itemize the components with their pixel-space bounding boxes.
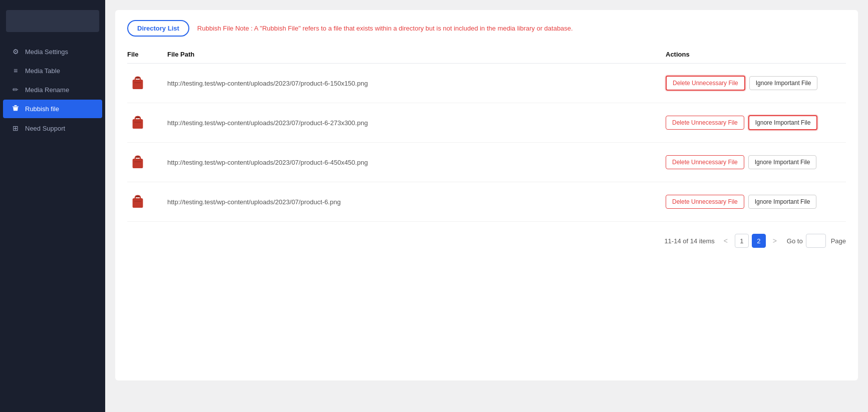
sidebar-item-rubbish-file[interactable]: Rubbish file xyxy=(3,100,102,118)
table-row: http://testing.test/wp-content/uploads/2… xyxy=(127,64,846,103)
svg-rect-7 xyxy=(134,122,141,123)
sidebar-item-label: Rubbish file xyxy=(25,105,59,113)
content-area: Directory List Rubbish File Note : A "Ru… xyxy=(115,10,858,380)
file-path-3: http://testing.test/wp-content/uploads/2… xyxy=(167,198,666,206)
file-icon-cell xyxy=(127,73,167,94)
svg-rect-5 xyxy=(133,119,143,129)
svg-rect-8 xyxy=(133,159,143,168)
delete-button-3[interactable]: Delete Unnecessary File xyxy=(666,195,744,209)
ignore-button-1[interactable]: Ignore Important File xyxy=(748,115,818,130)
col-file-header: File xyxy=(127,51,167,58)
file-thumbnail-2 xyxy=(127,152,148,173)
table-header: File File Path Actions xyxy=(127,47,846,64)
svg-rect-13 xyxy=(134,201,141,202)
goto-label: Go to xyxy=(787,237,803,245)
page-2-button[interactable]: 2 xyxy=(752,234,766,248)
sidebar-item-label: Need Support xyxy=(25,125,65,132)
file-path-2: http://testing.test/wp-content/uploads/2… xyxy=(167,159,666,166)
trash-icon xyxy=(11,105,20,113)
svg-rect-6 xyxy=(136,117,140,118)
file-thumbnail-3 xyxy=(127,191,148,212)
svg-rect-0 xyxy=(13,107,19,107)
file-actions-2: Delete Unnecessary File Ignore Important… xyxy=(666,155,846,169)
svg-rect-9 xyxy=(136,156,140,158)
sidebar-item-label: Media Table xyxy=(25,67,60,75)
directory-list-button[interactable]: Directory List xyxy=(127,20,189,37)
ignore-button-0[interactable]: Ignore Important File xyxy=(749,76,818,90)
sidebar-item-media-table[interactable]: ≡ Media Table xyxy=(3,62,102,80)
file-icon-cell xyxy=(127,191,167,212)
pagination-info: 11-14 of 14 items xyxy=(664,237,714,245)
ignore-button-2[interactable]: Ignore Important File xyxy=(748,155,817,169)
top-bar: Directory List Rubbish File Note : A "Ru… xyxy=(127,20,846,37)
file-icon-cell xyxy=(127,112,167,133)
col-path-header: File Path xyxy=(167,51,666,58)
table-body: http://testing.test/wp-content/uploads/2… xyxy=(127,64,846,222)
list-icon: ≡ xyxy=(11,67,20,75)
pagination-prev[interactable]: < xyxy=(720,234,732,248)
page-label: Page xyxy=(831,237,846,245)
sidebar-item-label: Media Rename xyxy=(25,86,69,94)
main-content: Directory List Rubbish File Note : A "Ru… xyxy=(105,0,868,412)
sidebar-item-media-rename[interactable]: ✏ Media Rename xyxy=(3,81,102,99)
pencil-icon: ✏ xyxy=(11,86,20,94)
file-icon-cell xyxy=(127,152,167,173)
svg-rect-1 xyxy=(14,105,17,106)
sidebar-item-label: Media Settings xyxy=(25,48,68,56)
file-actions-0: Delete Unnecessary File Ignore Important… xyxy=(666,76,846,91)
pagination-next[interactable]: > xyxy=(769,234,781,248)
delete-button-1[interactable]: Delete Unnecessary File xyxy=(666,116,744,130)
file-path-1: http://testing.test/wp-content/uploads/2… xyxy=(167,119,666,127)
svg-rect-2 xyxy=(133,80,143,89)
file-thumbnail-1 xyxy=(127,112,148,133)
support-icon: ⊞ xyxy=(11,124,20,132)
table-row: http://testing.test/wp-content/uploads/2… xyxy=(127,143,846,182)
rubbish-file-note: Rubbish File Note : A "Rubbish File" ref… xyxy=(197,25,573,32)
svg-rect-4 xyxy=(134,82,141,83)
table-row: http://testing.test/wp-content/uploads/2… xyxy=(127,182,846,222)
goto-input[interactable] xyxy=(806,234,826,248)
page-1-button[interactable]: 1 xyxy=(735,234,749,248)
svg-rect-12 xyxy=(136,196,140,197)
sidebar-item-media-settings[interactable]: ⚙ Media Settings xyxy=(3,43,102,61)
file-path-0: http://testing.test/wp-content/uploads/2… xyxy=(167,80,666,87)
ignore-button-3[interactable]: Ignore Important File xyxy=(748,195,817,209)
pagination: 11-14 of 14 items < 1 2 > Go to Page xyxy=(127,234,846,248)
delete-button-0[interactable]: Delete Unnecessary File xyxy=(666,76,745,91)
file-actions-1: Delete Unnecessary File Ignore Important… xyxy=(666,115,846,130)
gear-icon: ⚙ xyxy=(11,48,20,56)
sidebar-logo xyxy=(6,10,99,32)
sidebar: ⚙ Media Settings ≡ Media Table ✏ Media R… xyxy=(0,0,105,412)
delete-button-2[interactable]: Delete Unnecessary File xyxy=(666,155,744,169)
file-actions-3: Delete Unnecessary File Ignore Important… xyxy=(666,195,846,209)
svg-rect-10 xyxy=(134,161,141,162)
col-actions-header: Actions xyxy=(666,51,846,58)
file-thumbnail-0 xyxy=(127,73,148,94)
table-row: http://testing.test/wp-content/uploads/2… xyxy=(127,103,846,143)
sidebar-item-need-support[interactable]: ⊞ Need Support xyxy=(3,119,102,137)
svg-rect-11 xyxy=(133,198,143,208)
svg-rect-3 xyxy=(136,77,140,79)
